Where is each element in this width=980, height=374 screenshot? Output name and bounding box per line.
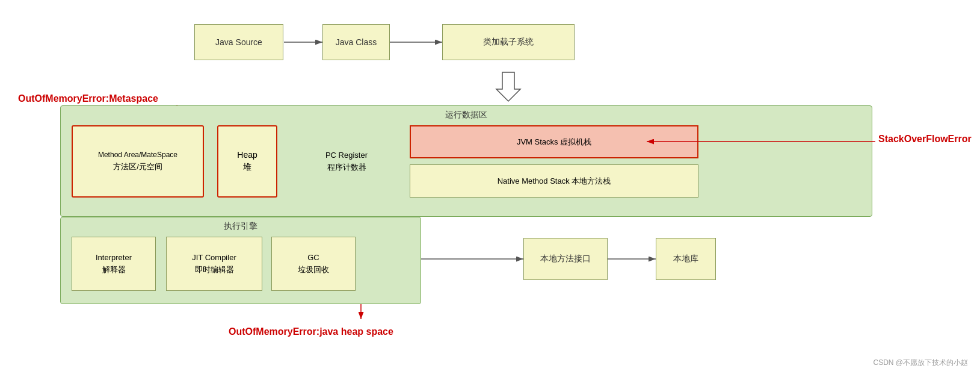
native-interface-box: 本地方法接口 [523, 238, 608, 280]
stackoverflow-error-label: StackOverFlowError [878, 134, 972, 145]
jit-line1: JIT Compiler [192, 253, 236, 262]
java-source-label: Java Source [215, 37, 262, 47]
jit-line2: 即时编辑器 [195, 264, 234, 275]
heap-box: Heap 堆 [217, 125, 277, 198]
native-method-stack-box: Native Method Stack 本地方法栈 [410, 164, 698, 198]
native-library-label: 本地库 [673, 254, 698, 264]
pc-register-line1: PC Register [325, 151, 368, 160]
interpreter-box: Interpreter 解释器 [72, 237, 156, 291]
gc-line1: GC [307, 253, 319, 262]
classloader-label: 类加载子系统 [483, 37, 534, 48]
runtime-area-label: 运行数据区 [61, 110, 872, 120]
runtime-area: 运行数据区 Method Area/MateSpace 方法区/元空间 Heap… [60, 105, 872, 217]
svg-marker-4 [496, 72, 520, 101]
watermark: CSDN @不愿放下技术的小赵 [873, 358, 968, 368]
native-interface-label: 本地方法接口 [540, 254, 591, 264]
jvm-stacks-label: JVM Stacks 虚拟机栈 [517, 137, 591, 148]
interpreter-line2: 解释器 [102, 264, 126, 275]
gc-line2: 垃圾回收 [298, 264, 329, 275]
diagram-container: Java Source Java Class 类加载子系统 运行数据区 Meth… [0, 0, 980, 374]
heap-line1: Heap [237, 150, 257, 160]
heap-line2: 堆 [243, 162, 251, 173]
heap-space-error-label: OutOfMemoryError:java heap space [229, 326, 393, 337]
exec-area-label: 执行引擎 [61, 221, 421, 232]
classloader-box: 类加载子系统 [442, 24, 575, 60]
java-source-box: Java Source [194, 24, 283, 60]
gc-box: GC 垃圾回收 [271, 237, 356, 291]
jvm-stacks-box: JVM Stacks 虚拟机栈 [410, 125, 698, 158]
pc-register-box: PC Register 程序计数器 [301, 125, 392, 198]
metaspace-error-label: OutOfMemoryError:Metaspace [18, 93, 158, 104]
method-area-line2: 方法区/元空间 [113, 161, 162, 172]
pc-register-line2: 程序计数器 [327, 162, 366, 173]
method-area-box: Method Area/MateSpace 方法区/元空间 [72, 125, 204, 198]
java-class-label: Java Class [336, 37, 377, 47]
method-area-line1: Method Area/MateSpace [98, 151, 177, 159]
jit-compiler-box: JIT Compiler 即时编辑器 [166, 237, 262, 291]
native-method-stack-label: Native Method Stack 本地方法栈 [498, 176, 611, 187]
exec-area: 执行引擎 Interpreter 解释器 JIT Compiler 即时编辑器 … [60, 217, 421, 304]
native-library-box: 本地库 [656, 238, 716, 280]
java-class-box: Java Class [322, 24, 390, 60]
interpreter-line1: Interpreter [96, 253, 132, 262]
